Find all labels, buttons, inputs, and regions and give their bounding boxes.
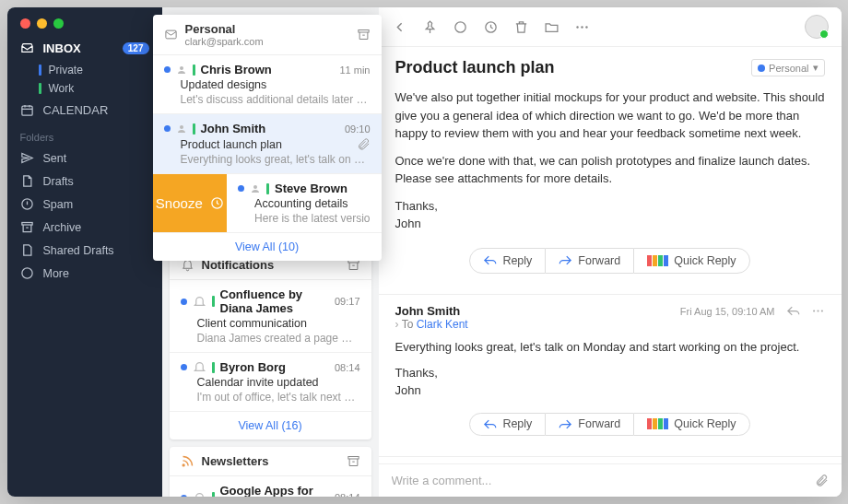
reply-icon	[483, 417, 497, 431]
nav-calendar[interactable]: CALENDAR	[7, 98, 162, 123]
notification-subject: Calendar invite updated	[197, 376, 360, 389]
unread-dot	[238, 185, 244, 192]
folder-label: Drafts	[43, 175, 74, 188]
thread-body-text: Everything looks great, let's talk on Mo…	[395, 338, 825, 357]
nav-calendar-label: CALENDAR	[43, 103, 109, 117]
message-toolbar	[379, 7, 842, 47]
attach-icon[interactable]	[815, 474, 829, 487]
app-window: INBOX 127 Private Work CALENDAR Folders …	[7, 7, 842, 497]
mark-unread-icon[interactable]	[453, 19, 468, 35]
more-icon[interactable]	[811, 304, 825, 318]
message-subject: Product launch plan	[395, 58, 555, 77]
folder-spam[interactable]: Spam	[7, 193, 162, 216]
forward-button[interactable]: Forward	[546, 248, 633, 275]
nav-inbox[interactable]: INBOX 127	[7, 36, 162, 61]
newsletter-item[interactable]: Google Apps for Business 08:14 Updated T…	[170, 476, 371, 497]
snooze-icon[interactable]	[483, 19, 499, 35]
folder-label: Shared Drafts	[43, 244, 114, 257]
snooze-button[interactable]: Snooze	[153, 174, 228, 232]
more-actions-icon[interactable]	[574, 19, 590, 35]
account-indicator	[266, 183, 269, 194]
more-icon	[20, 266, 34, 280]
account-indicator	[212, 492, 215, 497]
forward-button[interactable]: Forward	[546, 413, 633, 436]
comment-input[interactable]	[392, 474, 815, 487]
folder-more[interactable]: More	[7, 262, 162, 285]
reply-label: Reply	[502, 252, 532, 270]
unread-dot	[181, 495, 187, 498]
personal-panel: Personal clark@spark.com Chris Brown 11 …	[153, 15, 382, 261]
reply-button[interactable]: Reply	[469, 248, 546, 275]
signature-line: Thanks,	[395, 199, 438, 213]
move-folder-icon[interactable]	[544, 19, 559, 35]
email-item-selected[interactable]: John Smith 09:10 Product launch plan Eve…	[153, 114, 382, 174]
svg-rect-4	[165, 30, 175, 39]
folder-label: More	[43, 267, 69, 280]
close-window-button[interactable]	[20, 18, 30, 29]
notification-item[interactable]: Confluence by Diana James 09:17 Client c…	[170, 280, 371, 353]
email-subject: Product launch plan	[181, 138, 283, 151]
rss-icon	[181, 454, 194, 468]
snooze-email-item[interactable]: Steve Brown Accounting details Here is t…	[227, 174, 381, 232]
person-icon	[176, 123, 187, 135]
notification-item[interactable]: Byron Borg 08:14 Calendar invite updated…	[170, 353, 371, 412]
nav-account-private[interactable]: Private	[7, 61, 162, 79]
calendar-icon	[20, 103, 34, 117]
account-color-private	[39, 64, 41, 76]
notification-sender: Byron Borg	[220, 360, 287, 374]
expand-icon[interactable]: ›	[395, 318, 399, 331]
pin-icon[interactable]	[422, 19, 438, 35]
email-time: 11 min	[339, 64, 370, 76]
reply-button[interactable]: Reply	[469, 413, 546, 436]
thread-message: John Smith › To Clark Kent Fri Aug 15, 0…	[379, 295, 842, 457]
person-icon	[250, 183, 261, 194]
personal-title: Personal	[185, 22, 264, 36]
notification-time: 08:14	[335, 362, 360, 373]
email-item[interactable]: Chris Brown 11 min Updated designs Let's…	[153, 55, 382, 114]
reply-icon[interactable]	[786, 304, 800, 318]
folder-shared-drafts[interactable]: Shared Drafts	[7, 239, 162, 262]
thread-to-name[interactable]: Clark Kent	[417, 318, 468, 331]
message-content: Product launch plan Personal ▾ We've als…	[379, 7, 842, 497]
bell-small-icon	[193, 360, 206, 374]
notifications-view-all[interactable]: View All (16)	[170, 412, 371, 440]
newsletters-header: Newsletters	[170, 447, 371, 476]
user-avatar[interactable]	[805, 15, 829, 39]
folder-drafts[interactable]: Drafts	[7, 170, 162, 193]
label-name: Personal	[769, 63, 808, 74]
folder-sent[interactable]: Sent	[7, 147, 162, 170]
message-body: We've also put together initial mockups …	[379, 88, 842, 295]
shared-icon	[20, 243, 34, 257]
message-paragraph: We've also put together initial mockups …	[395, 88, 825, 143]
drafts-icon	[20, 174, 34, 188]
archive-section-icon[interactable]	[347, 454, 360, 468]
message-paragraph: Once we're done with that, we can polish…	[395, 152, 825, 188]
forward-icon	[559, 417, 572, 431]
back-icon[interactable]	[392, 19, 407, 35]
person-icon	[176, 64, 187, 76]
folder-label: Sent	[43, 152, 67, 165]
label-dropdown[interactable]: Personal ▾	[751, 59, 824, 76]
maximize-window-button[interactable]	[53, 18, 64, 29]
message-actions: Reply Forward Quick Reply	[395, 242, 825, 284]
comment-composer	[379, 463, 842, 497]
svg-rect-12	[347, 457, 358, 460]
account-indicator	[193, 64, 195, 76]
folder-label: Spam	[43, 198, 74, 211]
svg-point-11	[183, 464, 184, 466]
nav-account-work[interactable]: Work	[7, 79, 162, 98]
bell-small-icon	[193, 491, 206, 498]
quick-reply-button[interactable]: Quick Reply	[633, 413, 749, 436]
archive-icon	[20, 220, 34, 234]
minimize-window-button[interactable]	[37, 18, 47, 29]
folder-archive[interactable]: Archive	[7, 216, 162, 239]
delete-icon[interactable]	[513, 19, 529, 35]
svg-point-7	[180, 125, 183, 129]
personal-view-all[interactable]: View All (10)	[153, 233, 382, 261]
email-time: 09:10	[345, 123, 371, 135]
archive-section-icon[interactable]	[357, 28, 371, 41]
quick-reply-button[interactable]: Quick Reply	[633, 248, 749, 275]
svg-point-15	[576, 26, 578, 28]
nav-inbox-label: INBOX	[43, 41, 81, 55]
folders-heading: Folders	[7, 123, 162, 147]
